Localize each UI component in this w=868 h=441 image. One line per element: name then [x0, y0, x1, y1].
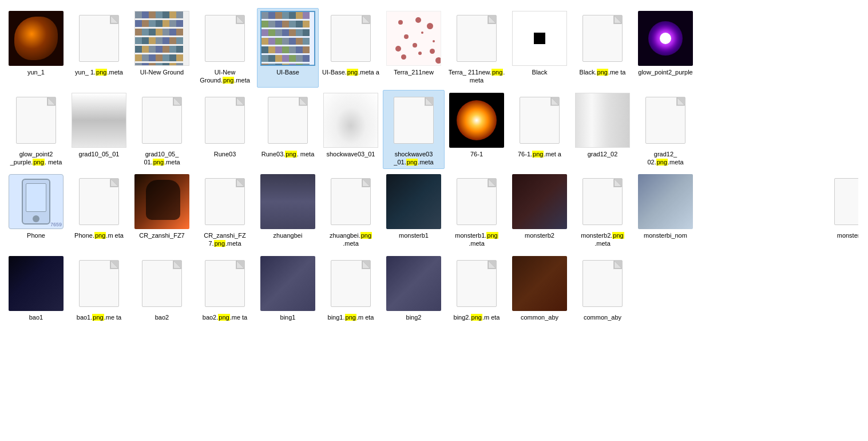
file-item[interactable]: bing1	[257, 253, 319, 324]
file-item[interactable]: bing2	[383, 253, 445, 324]
file-item[interactable]: Rune03	[194, 90, 256, 170]
file-item[interactable]: Terra_ 211new.png. meta	[446, 8, 508, 88]
file-thumbnail	[386, 256, 441, 311]
file-item[interactable]: 76-1.png.met a	[509, 90, 570, 170]
file-item[interactable]: Rune03.png. meta	[257, 90, 319, 170]
file-thumbnail	[386, 174, 441, 229]
file-label: 76-1	[447, 150, 506, 158]
file-label: grad10_05_01	[69, 150, 129, 158]
file-label: CR_zanshi_FZ 7.png.meta	[195, 231, 255, 248]
file-thumbnail	[638, 174, 693, 229]
file-item[interactable]: 76-1	[446, 90, 508, 170]
file-item[interactable]: common_aby	[572, 253, 633, 324]
file-thumbnail	[260, 93, 315, 148]
file-label: bing1.png.m eta	[321, 313, 381, 321]
file-label: monsterb1.png .meta	[447, 231, 506, 248]
file-label: grad12_02	[573, 150, 632, 158]
file-item[interactable]: bao2.png.me ta	[194, 253, 256, 324]
file-label: shockwave03_01	[321, 150, 381, 158]
file-item[interactable]: bao1.png.me ta	[68, 253, 130, 324]
file-label: Terra_ 211new.png. meta	[447, 68, 506, 85]
file-item[interactable]: UI-Base	[257, 8, 319, 88]
file-thumbnail	[134, 174, 189, 229]
file-item[interactable]: yun_ 1.png.meta	[68, 8, 130, 88]
file-item[interactable]: bao2	[131, 253, 193, 324]
file-item[interactable]: yun_1	[5, 8, 67, 88]
file-label: bing1	[258, 313, 318, 321]
file-item[interactable]: common_aby	[509, 253, 570, 324]
file-thumbnail	[260, 174, 315, 229]
file-label: bao2	[132, 313, 192, 321]
file-thumbnail	[197, 174, 252, 229]
file-item[interactable]: UI-New Ground	[131, 8, 193, 88]
file-thumbnail	[323, 11, 378, 66]
file-thumbnail	[260, 11, 315, 66]
file-thumbnail	[575, 256, 630, 311]
file-thumbnail	[512, 174, 567, 229]
file-item[interactable]: monsterb2	[509, 171, 570, 251]
file-item[interactable]: bing1.png.m eta	[320, 253, 382, 324]
file-thumbnail	[575, 174, 630, 229]
file-item[interactable]: 7659Phone	[5, 171, 67, 251]
file-thumbnail	[197, 256, 252, 311]
file-label: zhuangbei.png .meta	[321, 231, 381, 248]
file-item[interactable]: monsterbi_p	[823, 171, 858, 251]
file-thumbnail	[827, 174, 858, 229]
file-item[interactable]: Black	[509, 8, 570, 88]
file-item[interactable]: UI-Base.png.meta a	[320, 8, 382, 88]
file-thumbnail	[134, 256, 189, 311]
file-label: bao1.png.me ta	[69, 313, 129, 321]
file-label: Black.png.me ta	[573, 68, 632, 76]
file-grid-container[interactable]: yun_1yun_ 1.png.metaUI-New GroundUI-New …	[0, 0, 858, 441]
file-item[interactable]: glow_point2_purple	[635, 8, 696, 88]
file-item[interactable]: glow_point2 _purple.png. meta	[5, 90, 67, 170]
file-thumbnail	[575, 93, 630, 148]
file-label: UI-New Ground	[132, 68, 192, 76]
file-item[interactable]: grad10_05_ 01.png.meta	[131, 90, 193, 170]
file-label: Phone	[6, 231, 66, 239]
file-item[interactable]: monsterb1	[383, 171, 445, 251]
file-label: bao1	[6, 313, 66, 321]
file-label: zhuangbei	[258, 231, 318, 239]
file-label: 76-1.png.met a	[510, 150, 569, 158]
file-thumbnail	[449, 174, 504, 229]
file-thumbnail	[260, 256, 315, 311]
file-item[interactable]: grad10_05_01	[68, 90, 130, 170]
file-item[interactable]: Black.png.me ta	[572, 8, 633, 88]
file-thumbnail	[134, 93, 189, 148]
file-item[interactable]: bing2.png.m eta	[446, 253, 508, 324]
file-thumbnail	[512, 11, 567, 66]
file-item[interactable]: UI-New Ground.png.meta	[194, 8, 256, 88]
file-thumbnail	[9, 93, 64, 148]
file-label: bing2.png.m eta	[447, 313, 506, 321]
file-thumbnail	[72, 11, 126, 66]
file-thumbnail	[575, 11, 630, 66]
file-label: monsterb2.png .meta	[573, 231, 632, 248]
file-thumbnail	[512, 256, 567, 311]
file-item[interactable]: grad12_ 02.png.meta	[635, 90, 696, 170]
file-item[interactable]: shockwave03 _01.png.meta	[383, 90, 445, 170]
file-item[interactable]: zhuangbei.png .meta	[320, 171, 382, 251]
file-label: bao2.png.me ta	[195, 313, 255, 321]
file-item[interactable]: monsterbi_nom	[635, 171, 696, 251]
file-label: yun_1	[6, 68, 66, 76]
file-item[interactable]: Phone.png.m eta	[68, 171, 130, 251]
file-item[interactable]: grad12_02	[572, 90, 633, 170]
file-thumbnail	[9, 256, 64, 311]
file-label: Rune03.png. meta	[258, 150, 318, 158]
file-item[interactable]: bao1	[5, 253, 67, 324]
file-item[interactable]: Terra_211new	[383, 8, 445, 88]
file-thumbnail	[72, 256, 126, 311]
file-item[interactable]: zhuangbei	[257, 171, 319, 251]
file-item[interactable]: shockwave03_01	[320, 90, 382, 170]
file-label: glow_point2 _purple.png. meta	[6, 150, 66, 167]
file-label: monsterb2	[510, 231, 569, 239]
file-label: yun_ 1.png.meta	[69, 68, 129, 76]
file-item[interactable]: CR_zanshi_FZ 7.png.meta	[194, 171, 256, 251]
file-label: Phone.png.m eta	[69, 231, 129, 239]
file-thumbnail: 7659	[9, 174, 64, 229]
file-item[interactable]: CR_zanshi_FZ7	[131, 171, 193, 251]
file-item[interactable]: monsterb1.png .meta	[446, 171, 508, 251]
file-item[interactable]: monsterb2.png .meta	[572, 171, 633, 251]
file-label: common_aby	[510, 313, 569, 321]
